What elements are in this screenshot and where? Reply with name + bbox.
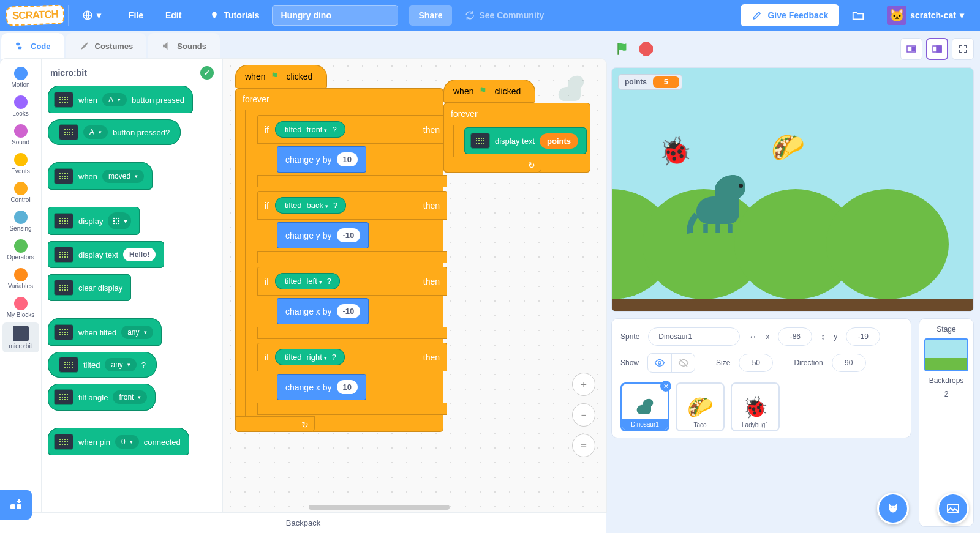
sprite-x-input[interactable]: -86 (778, 327, 812, 346)
block-when-tilted[interactable]: when tiltedany (48, 318, 162, 346)
block-if-left[interactable]: if tiltedleft? then (257, 267, 447, 296)
show-sprite-button[interactable] (648, 354, 671, 372)
script-stack-2[interactable]: when clicked forever display text points (443, 80, 590, 173)
add-backdrop-button[interactable] (937, 493, 969, 524)
zoom-in-button[interactable]: ＋ (572, 373, 595, 396)
tab-code[interactable]: Code (1, 33, 64, 59)
block-display-text-points[interactable]: display text points (464, 127, 587, 154)
stage[interactable]: points 5 🌮 🐞 (611, 67, 974, 312)
block-change-x-by[interactable]: change x by-10 (277, 298, 369, 324)
category-looks[interactable]: Looks (2, 92, 39, 120)
account-menu[interactable]: 🐱 scratch-cat ▾ (877, 6, 974, 25)
tutorials-button[interactable]: Tutorials (199, 10, 269, 21)
stage-size-small-button[interactable] (900, 38, 922, 60)
sprite-taco[interactable]: 🌮 (771, 132, 805, 163)
block-change-x-by[interactable]: change x by10 (277, 374, 366, 400)
delete-sprite-button[interactable]: ✕ (660, 381, 671, 392)
block-when-moved[interactable]: whenmoved (48, 162, 153, 190)
stop-button[interactable] (639, 42, 653, 56)
microbit-icon (13, 326, 29, 341)
dinosaur-icon (633, 395, 657, 419)
chevron-down-icon: ▾ (960, 10, 964, 20)
code-workspace[interactable]: when clicked forever if tiltedfront? the… (223, 59, 606, 512)
mystuff-button[interactable] (842, 9, 875, 22)
sprite-tile-taco[interactable]: 🌮Taco (676, 382, 725, 431)
x-arrows-icon: ↔ (748, 332, 757, 341)
microbit-icon (54, 324, 74, 340)
block-forever[interactable]: forever if tiltedfront? then change y by… (235, 88, 443, 432)
category-myblocks[interactable]: My Blocks (2, 294, 39, 321)
category-sound[interactable]: Sound (2, 121, 39, 149)
language-menu[interactable]: ▾ (72, 10, 111, 21)
workspace-scrollbar[interactable] (309, 505, 450, 510)
block-display-text[interactable]: display textHello! (48, 241, 164, 268)
svg-rect-4 (18, 47, 21, 50)
block-if-right[interactable]: if tiltedright? then (257, 343, 447, 371)
category-events[interactable]: Events (2, 150, 39, 177)
block-tilt-angle[interactable]: tilt anglefront (48, 384, 156, 411)
stage-size-large-button[interactable] (926, 38, 948, 60)
svg-point-5 (113, 218, 115, 219)
add-extension-button[interactable] (0, 490, 32, 520)
sprite-size-input[interactable]: 50 (739, 354, 773, 372)
microbit-icon (54, 434, 74, 450)
block-palette[interactable]: micro:bit ✓ whenAbutton pressed Abutton … (42, 59, 223, 512)
loop-arrow-icon: ↻ (301, 420, 309, 430)
sprite-tile-ladybug[interactable]: 🐞Ladybug1 (731, 382, 780, 431)
category-operators[interactable]: Operators (2, 236, 39, 264)
fullscreen-button[interactable] (952, 38, 974, 60)
zoom-out-button[interactable]: － (572, 403, 595, 427)
stage-variable-monitor[interactable]: points 5 (618, 74, 682, 90)
sprite-tile-dinosaur[interactable]: ✕ Dinosaur1 (620, 382, 669, 431)
microbit-icon (54, 389, 74, 405)
see-community-button[interactable]: See Community (454, 10, 554, 21)
scratch-logo[interactable]: SCRATCH (6, 4, 64, 26)
microbit-icon (54, 280, 74, 296)
block-tilted-bool[interactable]: tiltedany? (48, 352, 157, 378)
green-flag-button[interactable] (615, 41, 631, 57)
block-if-front[interactable]: if tiltedfront? then (257, 115, 447, 144)
tab-costumes[interactable]: Costumes (66, 33, 147, 59)
sprite-y-input[interactable]: -19 (846, 327, 880, 346)
block-when-pin-connected[interactable]: when pin0connected (48, 428, 189, 455)
stage-thumbnail[interactable] (924, 338, 968, 371)
block-category-list: Motion Looks Sound Events Control Sensin… (0, 59, 42, 512)
connection-status-icon[interactable]: ✓ (200, 66, 214, 80)
variable-points[interactable]: points (540, 133, 578, 149)
block-when-flag-clicked[interactable]: when clicked (235, 65, 327, 88)
block-display[interactable]: display ▾ (48, 207, 140, 235)
backpack-toggle[interactable]: Backpack (0, 512, 606, 533)
category-microbit[interactable]: micro:bit (2, 322, 39, 352)
tab-sounds[interactable]: Sounds (148, 33, 220, 59)
category-control[interactable]: Control (2, 179, 39, 206)
category-variables[interactable]: Variables (2, 265, 39, 293)
block-when-button-pressed[interactable]: whenAbutton pressed (48, 86, 193, 113)
sprite-ladybug[interactable]: 🐞 (658, 135, 692, 167)
ladybug-icon: 🐞 (742, 395, 768, 419)
zoom-reset-button[interactable]: ＝ (572, 434, 595, 457)
project-title-input[interactable] (272, 5, 398, 26)
category-sensing[interactable]: Sensing (2, 207, 39, 235)
refresh-icon (464, 10, 475, 21)
sprite-name-input[interactable]: Dinosaur1 (648, 327, 740, 346)
script-stack-1[interactable]: when clicked forever if tiltedfront? the… (235, 65, 443, 432)
category-motion[interactable]: Motion (2, 64, 39, 91)
microbit-icon (470, 133, 490, 149)
block-forever[interactable]: forever display text points ↻ (443, 103, 590, 173)
file-menu[interactable]: File (119, 10, 153, 20)
edit-menu[interactable]: Edit (156, 10, 191, 20)
sprite-dinosaur[interactable] (684, 166, 758, 239)
svg-rect-18 (937, 46, 941, 52)
hide-sprite-button[interactable] (671, 354, 695, 372)
share-button[interactable]: Share (409, 5, 453, 26)
block-clear-display[interactable]: clear display (48, 274, 131, 301)
give-feedback-button[interactable]: Give Feedback (741, 4, 839, 26)
sprite-direction-input[interactable]: 90 (832, 354, 866, 372)
block-when-flag-clicked[interactable]: when clicked (443, 80, 535, 103)
add-sprite-button[interactable] (877, 493, 909, 524)
brush-icon (79, 40, 90, 51)
block-button-pressed-bool[interactable]: Abutton pressed? (48, 119, 181, 145)
block-if-back[interactable]: if tiltedback? then (257, 191, 447, 220)
block-change-y-by[interactable]: change y by-10 (277, 222, 369, 248)
block-change-y-by[interactable]: change y by10 (277, 146, 366, 173)
